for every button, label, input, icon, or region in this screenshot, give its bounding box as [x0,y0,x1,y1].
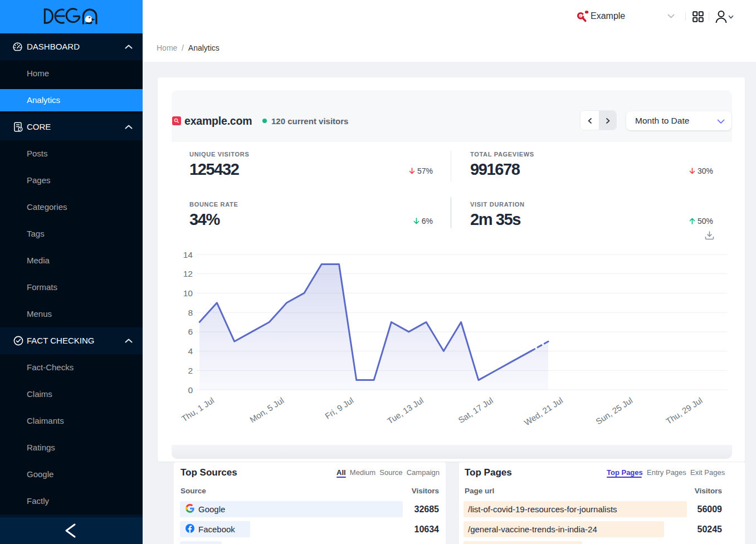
svg-text:4: 4 [188,346,193,356]
svg-text:14: 14 [183,250,193,259]
svg-text:12: 12 [183,269,192,278]
svg-text:6: 6 [188,327,193,336]
svg-text:Sat, 17 Jul: Sat, 17 Jul [456,395,495,425]
svg-text:0: 0 [188,385,193,395]
svg-text:10: 10 [183,288,193,298]
svg-text:Thu, 29 Jul: Thu, 29 Jul [664,395,704,426]
svg-text:2: 2 [188,366,193,375]
svg-text:Sun, 25 Jul: Sun, 25 Jul [594,395,634,426]
svg-text:8: 8 [188,308,193,317]
svg-text:Tue, 13 Jul: Tue, 13 Jul [385,395,425,425]
svg-text:Thu, 1 Jul: Thu, 1 Jul [179,395,216,423]
svg-text:Fri, 9 Jul: Fri, 9 Jul [323,395,355,421]
svg-text:Wed, 21 Jul: Wed, 21 Jul [522,395,564,427]
svg-text:Mon, 5 Jul: Mon, 5 Jul [248,395,285,424]
